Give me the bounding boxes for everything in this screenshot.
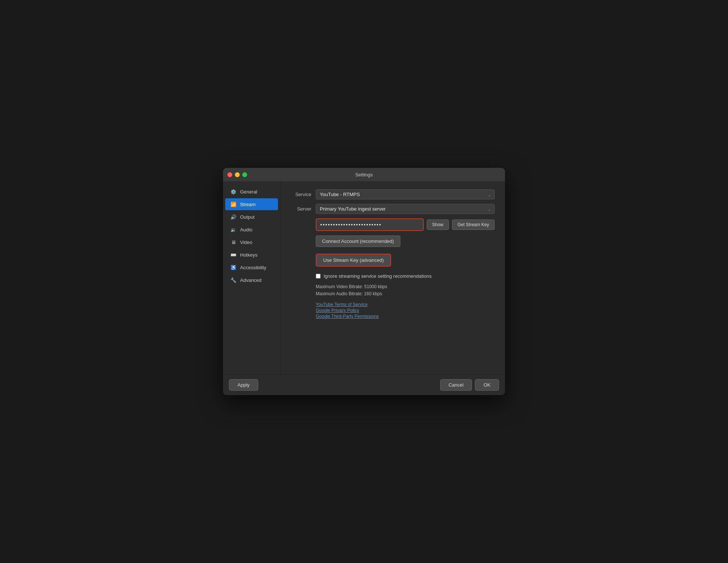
sidebar-item-audio[interactable]: 🔉 Audio — [225, 224, 278, 235]
stream-key-input-wrap — [316, 218, 424, 231]
window-title: Settings — [355, 172, 373, 178]
sidebar-label-output: Output — [240, 214, 255, 220]
ignore-recommendations-label: Ignore streaming service setting recomme… — [324, 273, 432, 279]
content-area: ⚙️ General 📶 Stream 🔊 Output 🔉 Audio 🖥 V… — [223, 181, 505, 374]
close-button[interactable] — [227, 172, 232, 177]
service-select-wrapper: YouTube - RTMPS — [316, 189, 495, 199]
sidebar: ⚙️ General 📶 Stream 🔊 Output 🔉 Audio 🖥 V… — [223, 181, 281, 374]
connect-account-row: Connect Account (recommended) — [316, 235, 495, 247]
sidebar-label-video: Video — [240, 240, 252, 245]
sidebar-label-audio: Audio — [240, 227, 252, 232]
youtube-tos-link[interactable]: YouTube Terms of Service — [316, 302, 495, 307]
main-panel: Service YouTube - RTMPS Server Primary Y… — [281, 181, 505, 374]
bitrate-info: Maximum Video Bitrate: 51000 kbps Maximu… — [316, 283, 495, 297]
sidebar-item-video[interactable]: 🖥 Video — [225, 236, 278, 248]
server-row: Server Primary YouTube ingest server — [291, 204, 495, 214]
sidebar-item-stream[interactable]: 📶 Stream — [225, 198, 278, 210]
google-privacy-link[interactable]: Google Privacy Policy — [316, 308, 495, 313]
sidebar-item-hotkeys[interactable]: ⌨️ Hotkeys — [225, 249, 278, 261]
sidebar-label-hotkeys: Hotkeys — [240, 252, 258, 258]
audio-icon: 🔉 — [230, 227, 236, 232]
google-third-party-link[interactable]: Google Third-Party Permissions — [316, 314, 495, 319]
stream-icon: 📶 — [230, 201, 236, 207]
connect-account-button[interactable]: Connect Account (recommended) — [316, 235, 400, 247]
gear-icon: ⚙️ — [230, 189, 236, 195]
sidebar-item-general[interactable]: ⚙️ General — [225, 186, 278, 198]
maximize-button[interactable] — [242, 172, 247, 177]
ignore-recommendations-checkbox[interactable] — [316, 274, 321, 279]
footer: Apply Cancel OK — [223, 374, 505, 395]
accessibility-icon: ♿ — [230, 264, 236, 270]
service-select[interactable]: YouTube - RTMPS — [316, 189, 495, 199]
get-stream-key-button[interactable]: Get Stream Key — [452, 219, 495, 230]
sidebar-label-general: General — [240, 189, 257, 195]
settings-window: Settings ⚙️ General 📶 Stream 🔊 Output 🔉 … — [223, 168, 505, 395]
sidebar-item-accessibility[interactable]: ♿ Accessibility — [225, 261, 278, 273]
stream-key-row: Show Get Stream Key — [316, 218, 495, 231]
titlebar: Settings — [223, 168, 505, 181]
sidebar-item-output[interactable]: 🔊 Output — [225, 211, 278, 223]
advanced-icon: 🔧 — [230, 277, 236, 283]
stream-key-input[interactable] — [317, 219, 423, 230]
footer-right-buttons: Cancel OK — [440, 379, 499, 391]
ok-button[interactable]: OK — [475, 379, 499, 391]
sidebar-label-stream: Stream — [240, 202, 256, 207]
hotkeys-icon: ⌨️ — [230, 252, 236, 258]
use-stream-key-button[interactable]: Use Stream Key (advanced) — [316, 254, 391, 267]
cancel-button[interactable]: Cancel — [440, 379, 472, 391]
ignore-checkbox-row: Ignore streaming service setting recomme… — [316, 273, 495, 279]
service-label: Service — [291, 192, 311, 197]
server-select[interactable]: Primary YouTube ingest server — [316, 204, 495, 214]
video-icon: 🖥 — [230, 239, 236, 245]
sidebar-item-advanced[interactable]: 🔧 Advanced — [225, 274, 278, 286]
service-row: Service YouTube - RTMPS — [291, 189, 495, 199]
links-section: YouTube Terms of Service Google Privacy … — [316, 302, 495, 319]
sidebar-label-advanced: Advanced — [240, 277, 262, 283]
server-label: Server — [291, 206, 311, 212]
minimize-button[interactable] — [235, 172, 240, 177]
sidebar-label-accessibility: Accessibility — [240, 265, 266, 270]
use-stream-key-row: Use Stream Key (advanced) — [316, 254, 495, 267]
max-audio-bitrate: Maximum Audio Bitrate: 160 kbps — [316, 290, 495, 297]
show-button[interactable]: Show — [427, 219, 449, 230]
traffic-lights — [227, 172, 247, 177]
max-video-bitrate: Maximum Video Bitrate: 51000 kbps — [316, 283, 495, 290]
server-select-wrapper: Primary YouTube ingest server — [316, 204, 495, 214]
apply-button[interactable]: Apply — [229, 379, 258, 391]
output-icon: 🔊 — [230, 214, 236, 220]
